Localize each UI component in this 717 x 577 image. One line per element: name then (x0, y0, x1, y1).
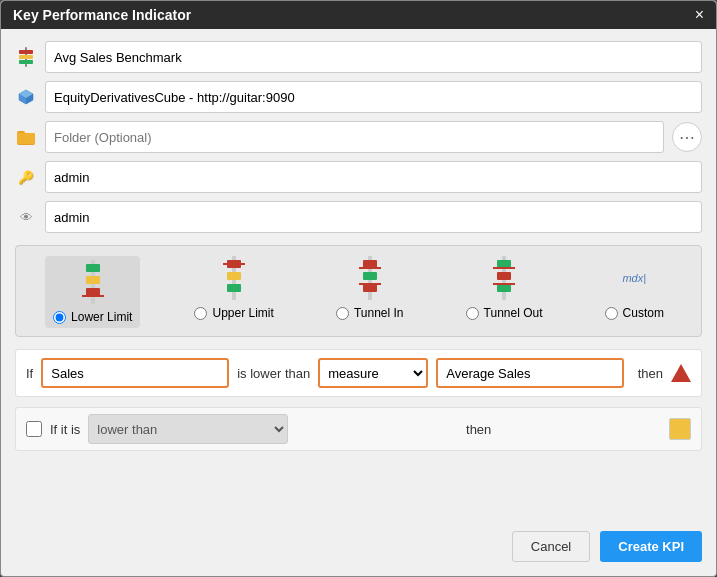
close-button[interactable]: × (695, 7, 704, 23)
svg-rect-18 (227, 272, 241, 280)
upper-limit-radio[interactable] (194, 307, 207, 320)
svg-rect-28 (497, 260, 511, 268)
folder-options-button[interactable]: ⋯ (672, 122, 702, 152)
cube-input[interactable] (45, 81, 702, 113)
mdx-label: mdx| (622, 272, 646, 284)
if-label: If (26, 366, 33, 381)
then-yellow-box[interactable] (669, 418, 691, 440)
kpi-type-selector: Lower Limit Upper Limit (15, 245, 702, 337)
svg-rect-2 (19, 55, 33, 59)
kpi-type-tunnel-in[interactable]: Tunnel In (328, 256, 412, 328)
condition-row-2: If it is lower than greater than equal t… (15, 407, 702, 451)
folder-input[interactable] (45, 121, 664, 153)
lower-limit-radio-row: Lower Limit (53, 310, 132, 324)
lower-limit-radio[interactable] (53, 311, 66, 324)
kpi-type-upper-limit[interactable]: Upper Limit (186, 256, 281, 328)
custom-radio[interactable] (605, 307, 618, 320)
condition-compare-input[interactable] (436, 358, 624, 388)
upper-limit-label: Upper Limit (212, 306, 273, 320)
condition-type-select[interactable]: measure value hierarchy (318, 358, 428, 388)
viewer-icon: 👁 (20, 210, 33, 225)
tunnel-in-icon (359, 256, 381, 300)
lower-than-select[interactable]: lower than greater than equal to (88, 414, 288, 444)
svg-rect-22 (363, 260, 377, 268)
svg-rect-29 (497, 272, 511, 280)
tunnel-out-radio-row: Tunnel Out (466, 306, 543, 320)
viewer-icon-container: 👁 (15, 210, 37, 225)
then-label-1: then (638, 366, 663, 381)
svg-rect-14 (86, 288, 100, 296)
kpi-dialog: Key Performance Indicator × (0, 0, 717, 577)
dialog-body: ⋯ 🔑 👁 (1, 29, 716, 521)
svg-rect-23 (363, 272, 377, 280)
tunnel-out-radio[interactable] (466, 307, 479, 320)
svg-rect-19 (227, 284, 241, 292)
custom-radio-row: Custom (605, 306, 664, 320)
cancel-button[interactable]: Cancel (512, 531, 590, 562)
kpi-type-lower-limit[interactable]: Lower Limit (45, 256, 140, 328)
tunnel-in-radio-row: Tunnel In (336, 306, 404, 320)
create-kpi-button[interactable]: Create KPI (600, 531, 702, 562)
folder-row: ⋯ (15, 121, 702, 153)
svg-rect-12 (86, 264, 100, 272)
cube-row (15, 81, 702, 113)
then-red-triangle (671, 364, 691, 382)
title-bar: Key Performance Indicator × (1, 1, 716, 29)
if-it-is-label: If it is (50, 422, 80, 437)
kpi-type-custom[interactable]: mdx| Custom (597, 256, 672, 328)
owner-icon: 🔑 (18, 170, 34, 185)
kpi-name-icon (15, 47, 37, 67)
tunnel-out-icon (493, 256, 515, 300)
owner-row: 🔑 (15, 161, 702, 193)
then-label-2: then (466, 422, 491, 437)
traffic-light-icon (19, 47, 33, 67)
kpi-type-tunnel-out[interactable]: Tunnel Out (458, 256, 551, 328)
kpi-name-input[interactable] (45, 41, 702, 73)
operator-label: is lower than (237, 366, 310, 381)
condition-field-input[interactable] (41, 358, 229, 388)
svg-rect-30 (497, 284, 511, 292)
condition-row-1: If is lower than measure value hierarchy… (15, 349, 702, 397)
owner-icon-container: 🔑 (15, 170, 37, 185)
tunnel-in-label: Tunnel In (354, 306, 404, 320)
dialog-title: Key Performance Indicator (13, 7, 191, 23)
cube-icon-container (15, 89, 37, 105)
svg-rect-3 (19, 60, 33, 64)
tunnel-out-label: Tunnel Out (484, 306, 543, 320)
upper-limit-radio-row: Upper Limit (194, 306, 273, 320)
custom-icon: mdx| (622, 256, 646, 300)
viewer-input[interactable] (45, 201, 702, 233)
lower-limit-label: Lower Limit (71, 310, 132, 324)
custom-label: Custom (623, 306, 664, 320)
viewer-row: 👁 (15, 201, 702, 233)
svg-rect-1 (19, 50, 33, 54)
kpi-name-row (15, 41, 702, 73)
owner-input[interactable] (45, 161, 702, 193)
lower-limit-icon (82, 260, 104, 304)
condition-checkbox[interactable] (26, 421, 42, 437)
svg-rect-13 (86, 276, 100, 284)
svg-rect-24 (363, 284, 377, 292)
upper-limit-icon (223, 256, 245, 300)
cube-icon (18, 89, 34, 105)
folder-icon-container (15, 129, 37, 145)
tunnel-in-radio[interactable] (336, 307, 349, 320)
dialog-footer: Cancel Create KPI (1, 521, 716, 576)
svg-rect-10 (17, 133, 35, 144)
folder-icon (17, 129, 35, 145)
